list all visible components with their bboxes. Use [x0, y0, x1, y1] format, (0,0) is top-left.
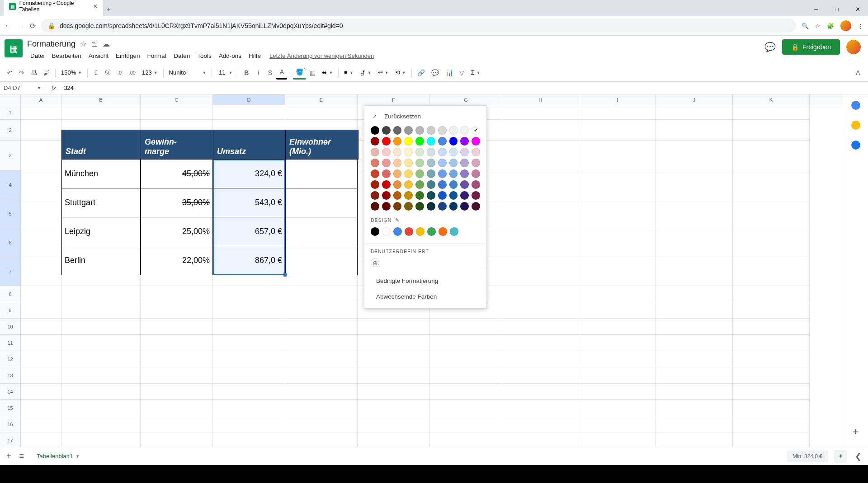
- color-swatch[interactable]: [404, 169, 413, 178]
- color-swatch[interactable]: [371, 159, 379, 167]
- zoom-icon[interactable]: 🔍: [802, 23, 809, 29]
- row-header-10[interactable]: 10: [0, 319, 21, 335]
- color-swatch[interactable]: [460, 191, 469, 200]
- maximize-window-button[interactable]: □: [826, 2, 847, 16]
- color-swatch[interactable]: [460, 137, 469, 145]
- theme-color-swatch[interactable]: [405, 227, 413, 236]
- color-swatch[interactable]: [382, 148, 391, 156]
- color-swatch[interactable]: [449, 159, 458, 167]
- color-swatch[interactable]: [427, 202, 435, 211]
- column-header-F[interactable]: F: [358, 94, 430, 105]
- profile-avatar-icon[interactable]: [840, 20, 851, 31]
- color-swatch[interactable]: [438, 137, 447, 145]
- color-swatch[interactable]: [415, 126, 424, 135]
- color-swatch[interactable]: [472, 148, 480, 156]
- edit-theme-icon[interactable]: ✎: [395, 217, 400, 223]
- row-header-15[interactable]: 15: [0, 400, 21, 416]
- menu-data[interactable]: Daten: [170, 51, 193, 61]
- column-header-K[interactable]: K: [733, 94, 810, 105]
- theme-color-swatch[interactable]: [427, 227, 436, 236]
- color-swatch[interactable]: [404, 148, 413, 156]
- v-align-button[interactable]: ⭿▼: [357, 67, 374, 78]
- color-swatch[interactable]: [371, 169, 379, 178]
- menu-format[interactable]: Format: [144, 51, 170, 61]
- minimize-window-button[interactable]: ─: [806, 2, 826, 16]
- all-sheets-button[interactable]: ≡: [18, 450, 26, 463]
- close-tab-icon[interactable]: ✕: [93, 3, 98, 9]
- column-header-I[interactable]: I: [579, 94, 656, 105]
- color-swatch[interactable]: [371, 191, 379, 200]
- theme-color-swatch[interactable]: [450, 227, 458, 236]
- new-tab-button[interactable]: +: [103, 2, 114, 16]
- name-box[interactable]: D4:D7 ▼: [0, 83, 45, 93]
- row-header-12[interactable]: 12: [0, 351, 21, 367]
- color-swatch[interactable]: [427, 191, 435, 200]
- color-swatch[interactable]: [382, 126, 391, 135]
- color-swatch[interactable]: [472, 191, 480, 200]
- menu-view[interactable]: Ansicht: [85, 51, 112, 61]
- column-header-J[interactable]: J: [656, 94, 733, 105]
- color-swatch[interactable]: [460, 180, 469, 189]
- cell-marge[interactable]: 35,00%: [141, 188, 213, 217]
- print-button[interactable]: 🖶: [28, 66, 40, 79]
- more-formats-button[interactable]: 123 ▼: [139, 67, 160, 78]
- insert-chart-button[interactable]: 📊: [443, 66, 456, 79]
- theme-color-swatch[interactable]: [416, 227, 425, 236]
- color-swatch[interactable]: [404, 137, 413, 145]
- color-swatch[interactable]: [393, 148, 402, 156]
- cell-stadt[interactable]: Berlin: [61, 246, 141, 275]
- color-swatch[interactable]: [382, 169, 391, 178]
- reload-button[interactable]: ⟳: [30, 22, 36, 30]
- extensions-icon[interactable]: 🧩: [827, 23, 834, 29]
- color-swatch[interactable]: [449, 191, 458, 200]
- color-swatch[interactable]: [449, 202, 458, 211]
- color-swatch[interactable]: [393, 169, 402, 178]
- menu-addons[interactable]: Add-ons: [216, 51, 245, 61]
- color-swatch[interactable]: [382, 191, 391, 200]
- text-wrap-button[interactable]: ↩▼: [375, 67, 392, 78]
- color-swatch[interactable]: [382, 137, 391, 145]
- cell-stadt[interactable]: München: [61, 160, 141, 188]
- color-swatch[interactable]: [393, 137, 402, 145]
- menu-tools[interactable]: Tools: [194, 51, 215, 61]
- sheet-tab-menu-icon[interactable]: ▼: [75, 454, 80, 459]
- color-swatch[interactable]: [415, 191, 424, 200]
- color-swatch[interactable]: [472, 180, 480, 189]
- color-swatch[interactable]: [427, 137, 435, 145]
- selection-handle[interactable]: [283, 273, 287, 277]
- column-header-G[interactable]: G: [430, 94, 502, 105]
- windows-taskbar[interactable]: [0, 465, 868, 483]
- color-swatch[interactable]: [438, 126, 447, 135]
- color-swatch[interactable]: [415, 148, 424, 156]
- cell-stadt[interactable]: Stuttgart: [61, 188, 141, 217]
- color-swatch[interactable]: [427, 126, 435, 135]
- theme-color-swatch[interactable]: [382, 227, 391, 236]
- calendar-sidebar-icon[interactable]: [851, 101, 860, 110]
- theme-color-swatch[interactable]: [393, 227, 402, 236]
- address-bar[interactable]: 🔒 docs.google.com/spreadsheets/d/1L0CRXr…: [41, 19, 796, 33]
- increase-decimal-button[interactable]: .00: [126, 67, 138, 78]
- add-custom-color-button[interactable]: ⊕: [371, 258, 379, 267]
- cell-einwohner[interactable]: [285, 246, 358, 275]
- color-swatch[interactable]: [393, 180, 402, 189]
- column-header-C[interactable]: C: [141, 94, 213, 105]
- color-swatch[interactable]: [438, 148, 447, 156]
- color-swatch[interactable]: [404, 159, 413, 167]
- formula-input[interactable]: 324: [62, 83, 868, 93]
- collapse-toolbar-button[interactable]: ᐱ: [853, 66, 863, 79]
- color-swatch[interactable]: [438, 202, 447, 211]
- color-swatch[interactable]: [415, 180, 424, 189]
- percent-button[interactable]: %: [102, 66, 113, 79]
- borders-button[interactable]: ▦: [307, 66, 318, 79]
- row-header-5[interactable]: 5: [0, 199, 21, 228]
- column-header-A[interactable]: A: [21, 94, 61, 105]
- color-swatch[interactable]: [472, 126, 480, 135]
- forward-button[interactable]: →: [17, 22, 24, 30]
- row-header-3[interactable]: 3: [0, 141, 21, 170]
- last-edit-link[interactable]: Letzte Änderung vor wenigen Sekunden: [269, 52, 374, 59]
- color-swatch[interactable]: [427, 180, 435, 189]
- row-header-2[interactable]: 2: [0, 120, 21, 141]
- color-swatch[interactable]: [472, 159, 480, 167]
- color-swatch[interactable]: [393, 202, 402, 211]
- reset-color-button[interactable]: ⟋ Zurücksetzen: [364, 109, 486, 123]
